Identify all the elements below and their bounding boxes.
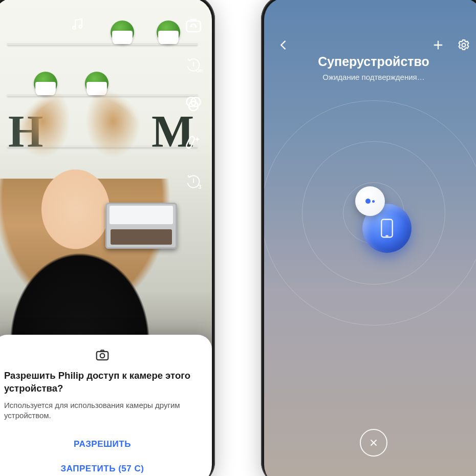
music-icon[interactable]: [70, 16, 85, 32]
timer-3s-icon[interactable]: 3: [184, 172, 203, 190]
settings-icon[interactable]: [457, 38, 471, 52]
phone-frame-left: H M: [0, 0, 215, 476]
dialog-description: Используется для использования камеры др…: [4, 400, 201, 421]
svg-point-1: [79, 25, 82, 28]
camera-app-screen: H M: [0, 0, 212, 476]
svg-point-0: [73, 27, 76, 30]
svg-point-10: [100, 353, 105, 358]
allow-button[interactable]: РАЗРЕШИТЬ: [4, 432, 201, 457]
timer-off-icon[interactable]: OFF: [184, 55, 203, 74]
phone-frame-right: Суперустройство Ожидание подтверждения…: [261, 0, 476, 476]
add-icon[interactable]: [431, 38, 445, 52]
camera-icon: [95, 347, 110, 362]
svg-rect-12: [381, 220, 392, 237]
filters-icon[interactable]: [184, 94, 203, 113]
camera-viewfinder: H M: [0, 0, 212, 476]
super-device-background: Суперустройство Ожидание подтверждения…: [264, 0, 476, 476]
permission-dialog: Разрешить Philip доступ к камере этого у…: [0, 335, 212, 476]
switch-camera-icon[interactable]: [184, 16, 203, 35]
svg-rect-7: [186, 136, 195, 149]
svg-rect-9: [97, 351, 109, 359]
svg-point-11: [462, 44, 466, 47]
svg-text:3: 3: [199, 184, 202, 190]
beauty-wand-icon[interactable]: [184, 133, 203, 152]
svg-rect-2: [187, 21, 201, 32]
close-button[interactable]: [360, 429, 387, 457]
deny-button[interactable]: ЗАПРЕТИТЬ (57 C): [4, 457, 201, 476]
dialog-title: Разрешить Philip доступ к камере этого у…: [4, 370, 201, 395]
page-title: Суперустройство: [264, 54, 476, 69]
super-device-screen: Суперустройство Ожидание подтверждения…: [264, 0, 476, 476]
device-radar: [264, 80, 476, 346]
svg-text:OFF: OFF: [196, 68, 203, 73]
camera-controls-rail: OFF 3: [184, 16, 203, 190]
header-bar: [264, 38, 476, 52]
back-icon[interactable]: [276, 38, 291, 52]
secondary-device-orb[interactable]: [355, 186, 385, 216]
